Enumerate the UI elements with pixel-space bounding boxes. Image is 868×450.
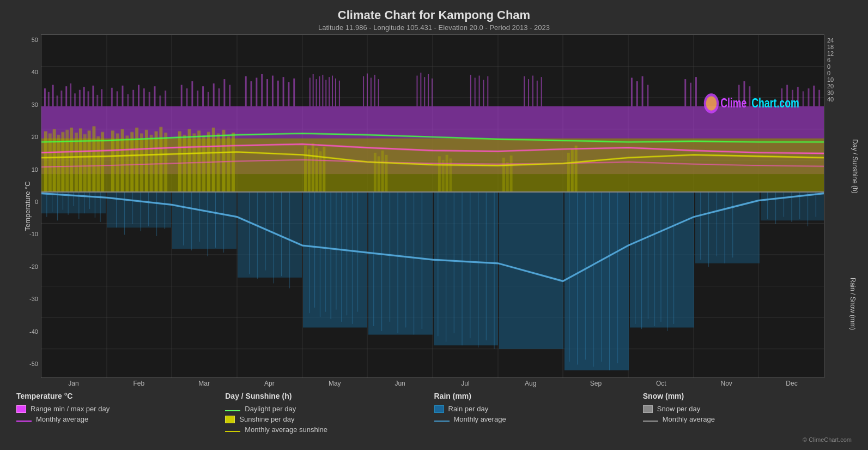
svg-rect-132 [116, 134, 119, 192]
svg-rect-155 [304, 146, 307, 192]
svg-rect-97 [541, 77, 542, 106]
svg-rect-129 [96, 136, 100, 192]
svg-rect-107 [749, 86, 750, 106]
svg-rect-90 [479, 76, 480, 106]
svg-text:Clime: Clime [720, 96, 746, 110]
svg-rect-32 [83, 87, 85, 106]
svg-rect-72 [322, 75, 323, 106]
svg-rect-143 [178, 131, 181, 192]
legend-snow-day-label: Snow per day [657, 405, 701, 413]
svg-rect-65 [283, 77, 284, 106]
svg-rect-101 [647, 85, 648, 106]
svg-rect-70 [316, 79, 317, 106]
svg-rect-148 [202, 135, 205, 191]
svg-rect-114 [813, 86, 815, 106]
svg-rect-133 [121, 129, 124, 192]
svg-rect-117 [44, 131, 47, 192]
legend-snow-day: Snow per day [643, 405, 852, 413]
svg-rect-128 [92, 126, 95, 191]
svg-rect-167 [446, 155, 448, 192]
svg-rect-89 [475, 78, 476, 106]
svg-rect-112 [803, 91, 804, 106]
y-tick-right-0a: 0 [827, 63, 857, 70]
svg-rect-158 [315, 148, 318, 192]
y-tick-right-18: 18 [827, 44, 857, 50]
svg-rect-29 [70, 83, 71, 106]
svg-rect-30 [74, 93, 76, 106]
legend-rain-day-label: Rain per day [448, 405, 489, 413]
legend-daylight: Daylight per day [225, 405, 434, 413]
svg-rect-82 [378, 79, 379, 106]
legend-rain-avg: Monthly average [434, 415, 643, 423]
svg-rect-174 [575, 146, 578, 192]
legend-snow-avg-label: Monthly average [663, 415, 715, 423]
legend-snow-avg-line [643, 421, 658, 422]
svg-rect-48 [181, 85, 183, 106]
svg-rect-120 [57, 135, 60, 192]
svg-rect-134 [125, 135, 129, 191]
svg-rect-183 [564, 192, 629, 370]
svg-rect-102 [684, 79, 686, 106]
svg-rect-45 [154, 86, 156, 106]
svg-rect-24 [48, 92, 50, 106]
x-axis: Jan Feb Mar Apr May Jun Jul Aug Sep Oct … [41, 378, 824, 387]
svg-rect-150 [212, 128, 215, 192]
y-axis-right-bottom-label: Rain / Snow (mm) [849, 278, 857, 330]
legend-sunshine-avg: Monthly average sunshine [225, 425, 434, 434]
y-axis-right-top-label: Day / Sunshine (h) [851, 139, 858, 193]
svg-rect-96 [537, 81, 538, 106]
y-tick-right-40: 40 [827, 96, 857, 103]
y-axis-left-label: Temperature °C [23, 181, 32, 231]
svg-rect-162 [378, 156, 380, 191]
svg-rect-23 [44, 88, 46, 106]
svg-rect-55 [218, 88, 220, 106]
svg-rect-31 [79, 90, 81, 106]
svg-rect-152 [222, 130, 225, 192]
legend-daylight-line [225, 410, 240, 411]
svg-rect-64 [277, 81, 279, 106]
legend-area: Temperature °C Range min / max per day M… [11, 387, 857, 436]
legend-snow-avg: Monthly average [643, 415, 852, 423]
svg-rect-36 [101, 89, 102, 106]
y-tick-right-24: 24 [827, 37, 857, 44]
svg-rect-75 [332, 76, 333, 106]
legend-temp-range-label: Range min / max per day [31, 405, 110, 413]
svg-rect-49 [186, 88, 188, 106]
svg-rect-35 [96, 95, 98, 106]
svg-rect-38 [117, 91, 118, 106]
svg-rect-122 [65, 130, 69, 192]
svg-rect-123 [70, 128, 73, 192]
svg-rect-98 [631, 78, 633, 106]
chart-svg: Clime Chart.com Clime Chart.com [41, 35, 824, 377]
svg-rect-46 [159, 95, 161, 106]
svg-rect-173 [571, 149, 574, 192]
chart-main: Clime Chart.com Clime Chart.com [41, 34, 824, 378]
legend-temp-range-swatch [16, 405, 26, 413]
y-tick-right-0b: 0 [827, 70, 857, 76]
svg-rect-28 [65, 86, 67, 106]
svg-rect-60 [256, 78, 257, 106]
chart-area: Temperature °C 50 40 30 20 10 0 -10 -20 … [11, 34, 857, 378]
svg-rect-137 [140, 134, 143, 192]
y-tick-right-6: 6 [827, 57, 857, 63]
legend-rain-day-swatch [434, 405, 444, 413]
svg-rect-85 [424, 77, 425, 106]
chart-subtitle: Latitude 11.986 - Longitude 105.431 - El… [11, 23, 857, 32]
svg-rect-145 [188, 129, 191, 192]
svg-rect-74 [329, 77, 330, 106]
svg-rect-103 [690, 83, 691, 106]
legend-temperature-title: Temperature °C [16, 392, 225, 400]
svg-rect-59 [251, 81, 252, 106]
svg-rect-119 [53, 129, 56, 192]
legend-rain-day: Rain per day [434, 405, 643, 413]
svg-rect-56 [223, 79, 225, 106]
svg-rect-140 [155, 131, 158, 192]
svg-rect-86 [428, 74, 429, 106]
svg-rect-34 [92, 86, 94, 106]
legend-snow-day-swatch [643, 405, 653, 413]
svg-rect-181 [434, 192, 498, 345]
svg-rect-93 [524, 76, 525, 106]
svg-rect-164 [385, 155, 387, 192]
svg-rect-50 [191, 81, 193, 106]
svg-rect-160 [323, 147, 325, 191]
